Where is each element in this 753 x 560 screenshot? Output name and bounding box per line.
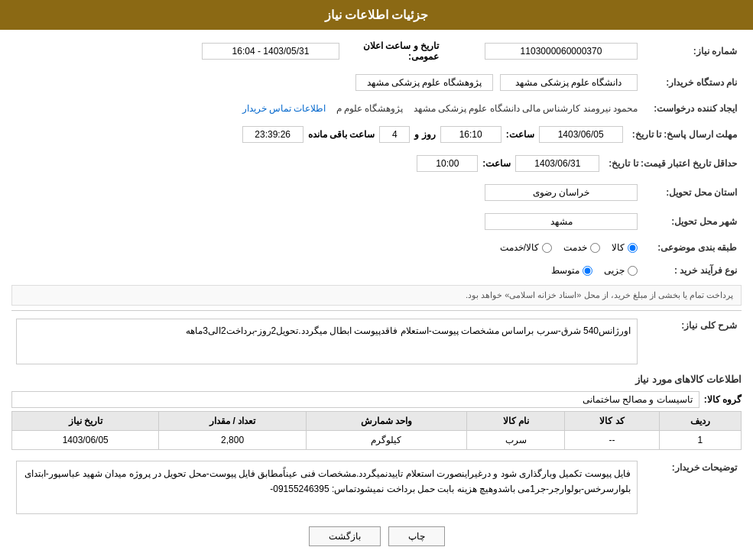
- goods-section-title: اطلاعات کالاهای مورد نیاز: [11, 374, 742, 385]
- process-medium-label: متوسط: [551, 265, 579, 276]
- description-row: شرح کلی نیاز: اورژانس540 شرق-سرب براساس …: [11, 316, 742, 367]
- buyer-name-label: نام دستگاه خریدار:: [642, 71, 742, 94]
- province-row: استان محل تحویل: خراسان رضوی: [11, 181, 742, 204]
- process-medium-radio[interactable]: [583, 266, 592, 276]
- province-label: استان محل تحویل:: [642, 181, 742, 204]
- city-row: شهر محل تحویل: مشهد: [11, 210, 742, 233]
- process-medium[interactable]: متوسط: [551, 265, 592, 276]
- col-quantity: تعداد / مقدار: [159, 412, 306, 431]
- city-label: شهر محل تحویل:: [642, 210, 742, 233]
- category-goods[interactable]: کالا: [612, 242, 638, 253]
- col-unit: واحد شمارش: [306, 412, 467, 431]
- send-time-label: ساعت:: [506, 129, 534, 140]
- send-time-value: 16:10: [440, 126, 501, 143]
- need-number-row: شماره نیاز: 1103000060000370 تاریخ و ساع…: [11, 37, 742, 65]
- announce-date-value: 1403/05/31 - 16:04: [202, 43, 339, 60]
- announce-date-label: تاریخ و ساعت اعلان عمومی:: [344, 37, 443, 65]
- content-area: شماره نیاز: 1103000060000370 تاریخ و ساع…: [0, 30, 753, 560]
- need-number-label: شماره نیاز:: [642, 37, 742, 65]
- col-code: کد کالا: [565, 412, 659, 431]
- category-both-label: کالا/خدمت: [500, 242, 539, 253]
- city-value: مشهد: [485, 213, 638, 230]
- col-row: ردیف: [659, 412, 741, 431]
- buyer-name-row: نام دستگاه خریدار: دانشگاه علوم پزشکی مش…: [11, 71, 742, 94]
- process-label: نوع فرآیند خرید :: [642, 262, 742, 279]
- send-days-label: روز و: [414, 129, 435, 140]
- process-note-text: پرداخت تمام یا بخشی از مبلغ خرید، از محل…: [466, 290, 733, 299]
- category-row: طبقه بندی موضوعی: کالا خدمت: [11, 239, 742, 256]
- send-date-row: مهلت ارسال پاسخ: تا تاریخ: 1403/06/05 سا…: [11, 123, 742, 146]
- buyer-name-part1: دانشگاه علوم پزشکی مشهد: [500, 74, 638, 91]
- min-price-time-label: ساعت:: [482, 158, 511, 169]
- category-goods-radio[interactable]: [628, 243, 638, 253]
- goods-group-value: تاسیسات و مصالح ساختمانی: [11, 391, 699, 408]
- buttons-row: چاپ بازگشت: [11, 526, 742, 546]
- creator-unit: پژوهشگاه علوم م: [336, 103, 404, 114]
- buyer-notes-row: توضیحات خریدار: فایل پیوست تکمیل وبارگذا…: [11, 458, 742, 517]
- page-title: جزئیات اطلاعات نیاز: [325, 8, 429, 21]
- process-notice: پرداخت تمام یا بخشی از مبلغ خرید، از محل…: [11, 285, 742, 306]
- page-wrapper: جزئیات اطلاعات نیاز شماره نیاز: 11030000…: [0, 0, 753, 560]
- category-label: طبقه بندی موضوعی:: [642, 239, 742, 256]
- goods-group-row: گروه کالا: تاسیسات و مصالح ساختمانی: [11, 388, 742, 411]
- description-label: شرح کلی نیاز:: [642, 316, 742, 367]
- process-partial[interactable]: جزیی: [604, 265, 638, 276]
- need-number-value: 1103000060000370: [485, 43, 638, 60]
- process-partial-label: جزیی: [604, 265, 625, 276]
- description-text: اورژانس540 شرق-سرب براساس مشخصات پیوست-ا…: [16, 319, 638, 364]
- min-price-label: حداقل تاریخ اعتبار قیمت: تا تاریخ:: [604, 152, 742, 175]
- buyer-name-part2: پژوهشگاه علوم پزشکی مشهد: [355, 74, 493, 91]
- back-button[interactable]: بازگشت: [309, 526, 381, 546]
- min-price-date-value: 1403/06/31: [515, 155, 599, 172]
- category-service[interactable]: خدمت: [563, 242, 600, 253]
- goods-group-label: گروه کالا:: [704, 394, 742, 405]
- category-goods-label: کالا: [612, 242, 625, 253]
- category-service-radio[interactable]: [590, 243, 600, 253]
- min-price-row: حداقل تاریخ اعتبار قیمت: تا تاریخ: 1403/…: [11, 152, 742, 175]
- province-value: خراسان رضوی: [485, 184, 638, 201]
- table-row: 1--سربکیلوگرم2,8001403/06/05: [12, 431, 742, 450]
- page-header: جزئیات اطلاعات نیاز: [0, 0, 753, 30]
- col-date: تاریخ نیاز: [12, 412, 159, 431]
- goods-table: ردیف کد کالا نام کالا واحد شمارش تعداد /…: [11, 411, 742, 450]
- send-remaining-label: ساعت باقی مانده: [308, 129, 375, 140]
- category-service-label: خدمت: [563, 242, 587, 253]
- buyer-notes-text: فایل پیوست تکمیل وبارگذاری شود و درغیرای…: [16, 461, 638, 514]
- process-partial-radio[interactable]: [628, 266, 638, 276]
- creator-row: ایجاد کننده درخواست: محمود نیرومند کارشن…: [11, 100, 742, 117]
- print-button[interactable]: چاپ: [388, 526, 445, 546]
- creator-label: ایجاد کننده درخواست:: [642, 100, 742, 117]
- send-remaining-value: 23:39:26: [242, 126, 303, 143]
- buyer-notes-label: توضیحات خریدار:: [642, 458, 742, 517]
- creator-contact-link[interactable]: اطلاعات تماس خریدار: [242, 103, 326, 114]
- send-date-value: 1403/06/05: [539, 126, 623, 143]
- category-both[interactable]: کالا/خدمت: [500, 242, 552, 253]
- min-price-time-value: 10:00: [417, 155, 478, 172]
- category-both-radio[interactable]: [542, 243, 552, 253]
- col-name: نام کالا: [467, 412, 565, 431]
- send-days-value: 4: [379, 126, 410, 143]
- divider-1: [11, 310, 742, 311]
- process-row: نوع فرآیند خرید : جزیی متوسط: [11, 262, 742, 279]
- send-date-label: مهلت ارسال پاسخ: تا تاریخ:: [628, 123, 742, 146]
- creator-name: محمود نیرومند کارشناس مالی دانشگاه علوم …: [414, 103, 638, 114]
